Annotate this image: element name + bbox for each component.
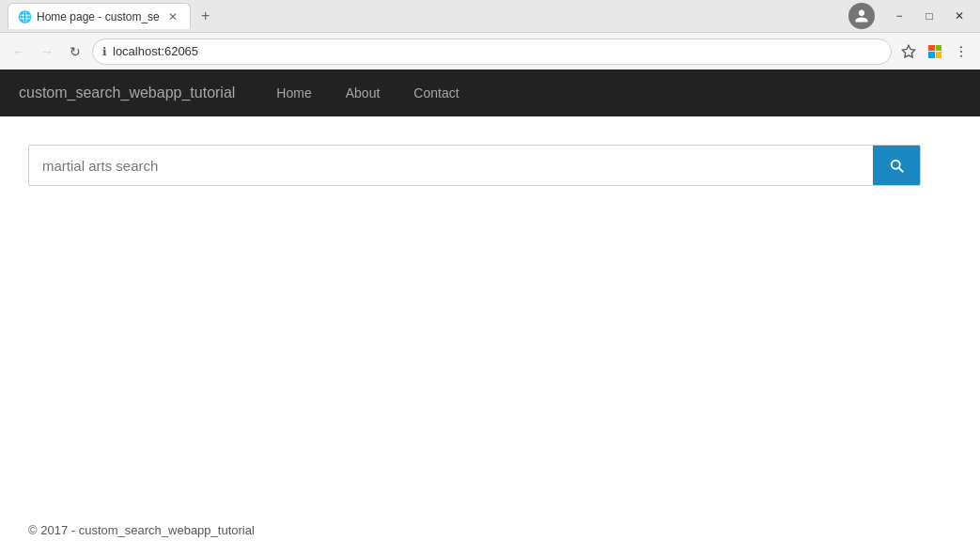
address-bar: ← → ↻ ℹ — [0, 32, 980, 70]
nav-link-about[interactable]: About — [338, 82, 388, 104]
app-window: custom_search_webapp_tutorial Home About… — [0, 70, 980, 556]
url-input[interactable] — [113, 44, 881, 58]
svg-point-3 — [960, 54, 962, 56]
search-button[interactable] — [873, 146, 920, 185]
bookmark-button[interactable] — [897, 40, 920, 63]
tab-title: Home page - custom_se — [37, 10, 160, 23]
footer-text: © 2017 - custom_search_webapp_tutorial — [28, 523, 255, 537]
windows-icon — [926, 42, 944, 61]
refresh-button[interactable]: ↻ — [64, 40, 86, 63]
browser-chrome: 🌐 Home page - custom_se ✕ + − □ ✕ ← → ↻ … — [0, 0, 980, 70]
footer: © 2017 - custom_search_webapp_tutorial — [0, 504, 980, 556]
title-bar: 🌐 Home page - custom_se ✕ + − □ ✕ — [0, 0, 980, 32]
forward-button[interactable]: → — [36, 40, 58, 63]
info-icon: ℹ — [102, 45, 107, 58]
url-bar[interactable]: ℹ — [92, 39, 892, 65]
nav-link-contact[interactable]: Contact — [406, 82, 466, 104]
new-tab-button[interactable]: + — [194, 5, 217, 27]
minimize-button[interactable]: − — [886, 6, 912, 26]
back-button[interactable]: ← — [8, 40, 30, 63]
close-button[interactable]: ✕ — [946, 6, 972, 26]
title-bar-left: 🌐 Home page - custom_se ✕ + — [8, 3, 217, 29]
svg-point-2 — [960, 51, 962, 53]
tab-close-button[interactable]: ✕ — [165, 9, 180, 24]
nav-link-home[interactable]: Home — [269, 82, 319, 104]
main-content — [0, 116, 980, 504]
search-container — [28, 145, 921, 186]
title-bar-right: − □ ✕ — [848, 3, 972, 29]
svg-point-1 — [960, 46, 962, 48]
maximize-button[interactable]: □ — [916, 6, 942, 26]
search-input[interactable] — [29, 148, 873, 183]
svg-marker-0 — [902, 45, 914, 57]
tab-favicon: 🌐 — [18, 10, 31, 23]
navbar: custom_search_webapp_tutorial Home About… — [0, 70, 980, 116]
browser-tab[interactable]: 🌐 Home page - custom_se ✕ — [8, 3, 191, 29]
brand-name: custom_search_webapp_tutorial — [19, 85, 235, 101]
browser-menu-button[interactable] — [950, 40, 972, 63]
user-profile-button[interactable] — [848, 3, 875, 29]
